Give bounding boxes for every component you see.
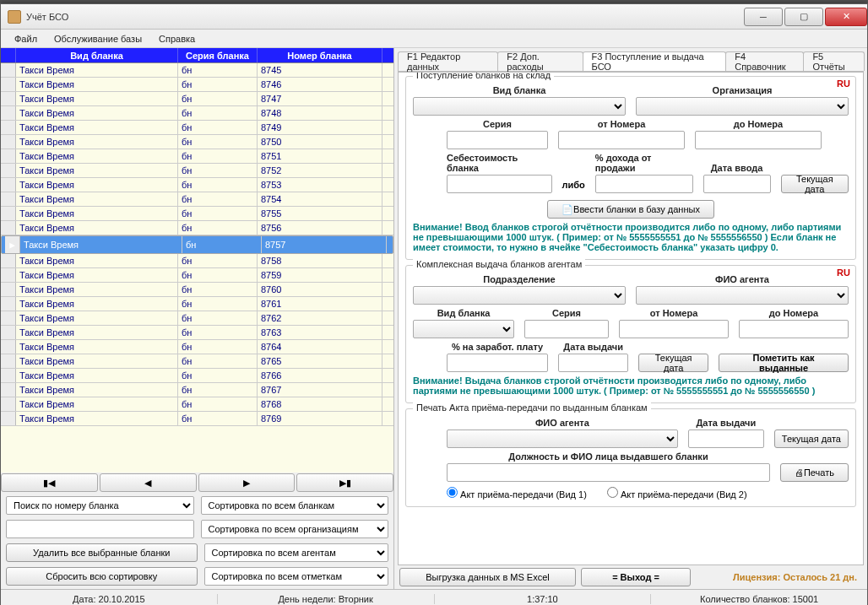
note-2: Внимание! Выдача бланков строгой отчётно… [413,375,849,396]
table-row[interactable]: Такси Времябн8767 [1,383,393,397]
lbl-to2: до Номера [769,308,818,318]
exit-button[interactable]: = Выход = [581,568,691,586]
table-row[interactable]: Такси Времябн8768 [1,397,393,412]
tab-reference[interactable]: F4 Справочник [725,51,804,71]
lang-indicator-2: RU [837,267,850,278]
date-input-3[interactable] [688,429,764,448]
table-row[interactable]: Такси Времябн8759 [1,268,393,283]
kind-select-1[interactable] [413,97,626,116]
series-input-2[interactable] [524,320,609,338]
menu-help[interactable]: Справка [150,32,203,46]
series-input-1[interactable] [447,131,548,149]
salary-input[interactable] [447,354,548,372]
col-series[interactable]: Серия бланка [178,48,258,62]
radio-act-2[interactable]: Акт приёма-передачи (Вид 2) [607,487,747,500]
table-row[interactable]: Такси Времябн8748 [1,106,393,121]
tab-expenses[interactable]: F2 Доп. расходы [497,51,583,71]
col-number[interactable]: Номер бланка [258,48,382,62]
table-row[interactable]: Такси Времябн8769 [1,412,393,426]
date-input-2[interactable] [558,354,628,372]
table-row[interactable]: Такси Времябн8762 [1,311,393,326]
data-grid[interactable]: Вид бланка Серия бланка Номер бланка Так… [1,48,393,473]
export-excel-button[interactable]: Выгрузка данных в MS Excel [399,568,576,586]
lbl-position3: Должность и ФИО лица выдавшего бланки [508,451,708,462]
table-row[interactable]: Такси Времябн8746 [1,78,393,92]
table-row[interactable]: Такси Времябн8753 [1,178,393,192]
nav-first[interactable]: ▮◀ [1,473,98,492]
agent-select-2[interactable] [636,286,849,305]
table-row[interactable]: Такси Времябн8747 [1,92,393,106]
statusbar: Дата: 20.10.2015 День недели: Вторник 1:… [1,589,867,605]
table-row[interactable]: Такси Времябн8752 [1,164,393,178]
reset-sort-button[interactable]: Сбросить всю сортировку [6,567,198,586]
to-input-2[interactable] [739,320,849,338]
table-row[interactable]: Такси Времябн8760 [1,283,393,297]
org-select-1[interactable] [636,97,849,116]
menu-file[interactable]: Файл [6,32,46,46]
window-title: Учёт БСО [26,12,742,22]
table-row[interactable]: Такси Времябн8750 [1,135,393,149]
lbl-date1: Дата ввода [711,163,763,173]
kind-select-2[interactable] [413,320,514,338]
tab-editor[interactable]: F1 Редактор данных [398,51,498,71]
lbl-series1: Серия [483,119,512,129]
date-input-1[interactable] [703,175,771,193]
table-row[interactable]: Такси Времябн8758 [1,254,393,268]
table-row[interactable]: Такси Времябн8766 [1,369,393,383]
grid-body[interactable]: Такси Времябн8745Такси Времябн8746Такси … [1,63,393,473]
table-row[interactable]: Такси Времябн8761 [1,297,393,311]
license-label: Лицензия: Осталось 21 дн. [696,572,862,582]
table-row[interactable]: Такси Времябн8751 [1,149,393,164]
table-row[interactable]: Такси Времябн8745 [1,63,393,78]
sort-agents-select[interactable]: Сортировка по всем агентам [204,543,389,562]
search-mode-select[interactable]: Поиск по номеру бланка [6,496,194,515]
minimize-button[interactable]: ─ [744,8,783,26]
dept-select[interactable] [413,286,626,305]
menu-maintenance[interactable]: Обслуживание базы [46,32,150,46]
lbl-kind2: Вид бланка [437,308,491,318]
nav-prev[interactable]: ◀ [100,473,197,492]
table-row[interactable]: Такси Времябн8756 [1,221,393,235]
to-input-1[interactable] [695,131,822,149]
agent-select-3[interactable] [447,429,678,448]
radio-act-1[interactable]: Акт приёма-передачи (Вид 1) [447,487,587,500]
table-row[interactable]: Такси Времябн8765 [1,354,393,369]
table-row[interactable]: Такси Времябн8749 [1,121,393,135]
table-row[interactable]: Такси Времябн8764 [1,340,393,354]
from-input-1[interactable] [558,131,685,149]
note-1: Внимание! Ввод бланков строгой отчётност… [413,222,849,252]
sort-orgs-select[interactable]: Сортировка по всем организациям [201,520,389,538]
menubar: Файл Обслуживание базы Справка [1,30,867,48]
current-date-btn-3[interactable]: Текущая дата [774,429,849,448]
enter-blanks-button[interactable]: 📄 Ввести бланки в базу данных [547,200,714,219]
sort-marks-select[interactable]: Сортировка по всем отметкам [204,567,389,586]
nav-last[interactable]: ▶▮ [296,473,393,492]
nav-next[interactable]: ▶ [198,473,296,492]
left-pane: Вид бланка Серия бланка Номер бланка Так… [1,48,394,589]
mark-issued-button[interactable]: Пометить как выданные [719,354,849,372]
tab-reports[interactable]: F5 Отчёты [803,51,865,71]
cost-input[interactable] [447,175,552,193]
sort-blanks-select[interactable]: Сортировка по всем бланкам [201,496,389,515]
lbl-dept2: Подразделение [483,274,556,284]
from-input-2[interactable] [619,320,729,338]
group-receipt-legend: Поступление бланков на склад [413,72,554,80]
table-row[interactable]: Такси Времябн8755 [1,207,393,221]
percent-input[interactable] [595,175,693,193]
print-button[interactable]: 🖨 Печать [780,463,849,482]
col-kind[interactable]: Вид бланка [16,48,178,62]
grid-nav: ▮◀ ◀ ▶ ▶▮ [1,473,393,492]
group-issue-legend: Комплексная выдача бланков агентам [413,259,585,269]
current-date-btn-2[interactable]: Текущая дата [638,354,708,372]
table-row[interactable]: Такси Времябн8754 [1,192,393,207]
close-button[interactable]: ✕ [825,8,867,26]
position-input[interactable] [447,463,770,482]
right-pane: F1 Редактор данных F2 Доп. расходы F3 По… [394,48,867,589]
tab-receipt-issue[interactable]: F3 Поступление и выдача БСО [583,51,727,71]
table-row[interactable]: ▶Такси Времябн8757 [1,235,393,254]
delete-selected-button[interactable]: Удалить все выбранные бланки [6,543,198,562]
table-row[interactable]: Такси Времябн8763 [1,326,393,340]
current-date-btn-1[interactable]: Текущая дата [781,175,849,193]
maximize-button[interactable]: ▢ [784,8,823,26]
search-input[interactable] [6,520,194,538]
